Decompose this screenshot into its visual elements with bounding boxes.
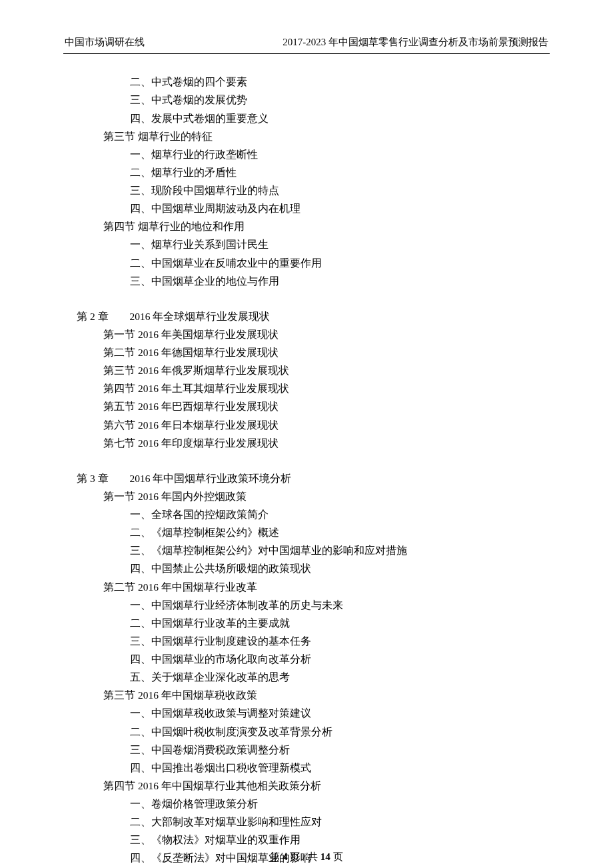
toc-entry: 二、中式卷烟的四个要素 [63, 73, 550, 91]
table-of-contents: 二、中式卷烟的四个要素三、中式卷烟的发展优势四、发展中式卷烟的重要意义第三节 烟… [63, 73, 550, 867]
toc-entry: 二、中国烟叶税收制度演变及改革背景分析 [63, 723, 550, 741]
toc-entry: 四、中国推出卷烟出口税收管理新模式 [63, 759, 550, 777]
toc-entry: 一、中国烟草税收政策与调整对策建议 [63, 704, 550, 722]
page-number: 第 4 页 / 共 14 页 [270, 851, 342, 862]
toc-entry: 四、发展中式卷烟的重要意义 [63, 109, 550, 127]
toc-entry: 四、中国禁止公共场所吸烟的政策现状 [63, 559, 550, 577]
toc-entry: 第四节 烟草行业的地位和作用 [63, 217, 550, 235]
toc-entry: 第一节 2016 年国内外控烟政策 [63, 487, 550, 505]
toc-entry: 二、中国烟草行业改革的主要成就 [63, 614, 550, 632]
toc-entry: 三、中国烟草行业制度建设的基本任务 [63, 632, 550, 650]
toc-entry: 第五节 2016 年巴西烟草行业发展现状 [63, 397, 550, 415]
toc-entry: 三、中国卷烟消费税政策调整分析 [63, 741, 550, 759]
toc-entry: 三、现阶段中国烟草行业的特点 [63, 181, 550, 199]
page-footer: 第 4 页 / 共 14 页 [0, 848, 613, 865]
toc-entry: 第 3 章 2016 年中国烟草行业政策环境分析 [63, 469, 550, 487]
page-header: 中国市场调研在线 2017-2023 年中国烟草零售行业调查分析及市场前景预测报… [63, 33, 550, 54]
toc-entry: 第七节 2016 年印度烟草行业发展现状 [63, 434, 550, 452]
toc-entry: 一、中国烟草行业经济体制改革的历史与未来 [63, 596, 550, 614]
toc-entry: 第四节 2016 年土耳其烟草行业发展现状 [63, 379, 550, 397]
toc-entry: 第 2 章 2016 年全球烟草行业发展现状 [63, 307, 550, 325]
toc-entry: 第二节 2016 年中国烟草行业改革 [63, 578, 550, 596]
toc-entry: 第三节 2016 年俄罗斯烟草行业发展现状 [63, 361, 550, 379]
toc-entry: 一、烟草行业关系到国计民生 [63, 235, 550, 253]
toc-entry: 第三节 2016 年中国烟草税收政策 [63, 686, 550, 704]
toc-entry: 第二节 2016 年德国烟草行业发展现状 [63, 343, 550, 361]
toc-entry: 三、中式卷烟的发展优势 [63, 91, 550, 109]
toc-entry: 五、关于烟草企业深化改革的思考 [63, 668, 550, 686]
toc-entry: 二、大部制改革对烟草业影响和理性应对 [63, 813, 550, 831]
toc-entry: 三、中国烟草企业的地位与作用 [63, 272, 550, 290]
toc-entry: 二、《烟草控制框架公约》概述 [63, 523, 550, 541]
section-gap [63, 452, 550, 469]
section-gap [63, 290, 550, 307]
toc-entry: 第六节 2016 年日本烟草行业发展现状 [63, 416, 550, 434]
toc-entry: 一、全球各国的控烟政策简介 [63, 505, 550, 523]
toc-entry: 二、中国烟草业在反哺农业中的重要作用 [63, 254, 550, 272]
toc-entry: 第三节 烟草行业的特征 [63, 127, 550, 145]
toc-entry: 二、烟草行业的矛盾性 [63, 163, 550, 181]
toc-entry: 三、《物权法》对烟草业的双重作用 [63, 831, 550, 849]
document-page: 中国市场调研在线 2017-2023 年中国烟草零售行业调查分析及市场前景预测报… [0, 0, 613, 868]
toc-entry: 四、中国烟草业周期波动及内在机理 [63, 199, 550, 217]
toc-entry: 第四节 2016 年中国烟草行业其他相关政策分析 [63, 777, 550, 795]
header-right: 2017-2023 年中国烟草零售行业调查分析及市场前景预测报告 [283, 33, 548, 51]
toc-entry: 四、中国烟草业的市场化取向改革分析 [63, 650, 550, 668]
toc-entry: 三、《烟草控制框架公约》对中国烟草业的影响和应对措施 [63, 541, 550, 559]
toc-entry: 一、烟草行业的行政垄断性 [63, 145, 550, 163]
header-left: 中国市场调研在线 [65, 33, 145, 51]
toc-entry: 一、卷烟价格管理政策分析 [63, 795, 550, 813]
toc-entry: 第一节 2016 年美国烟草行业发展现状 [63, 325, 550, 343]
